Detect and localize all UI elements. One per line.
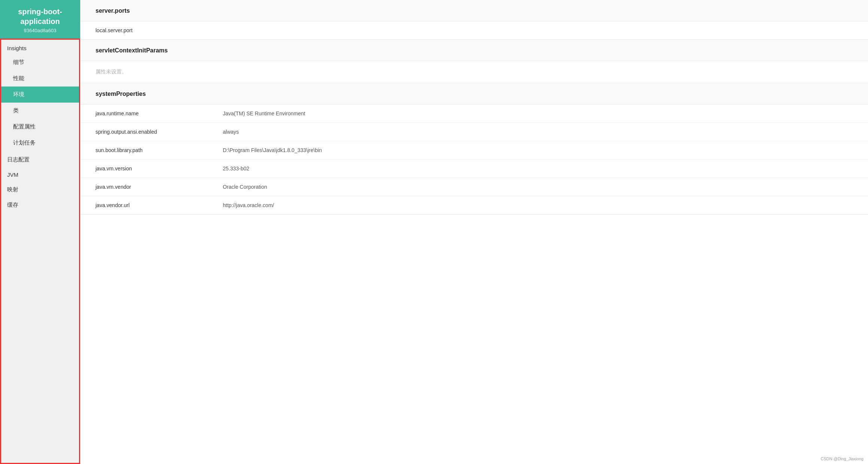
prop-key: java.vm.vendor bbox=[95, 184, 223, 190]
section-header-server-ports: server.ports bbox=[81, 0, 868, 21]
prop-value: always bbox=[223, 129, 853, 135]
prop-row: java.runtime.name Java(TM) SE Runtime En… bbox=[81, 104, 868, 123]
prop-value: http://java.oracle.com/ bbox=[223, 202, 853, 208]
sidebar-item-jvm[interactable]: JVM bbox=[1, 166, 79, 181]
prop-value: D:\Program Files\Java\jdk1.8.0_333\jre\b… bbox=[223, 147, 853, 153]
prop-key: java.runtime.name bbox=[95, 110, 223, 116]
sidebar-item-细节[interactable]: 细节 bbox=[1, 54, 79, 70]
section-servlet-context: servletContextInitParams 属性未设置。 bbox=[81, 40, 868, 83]
sidebar-item-性能[interactable]: 性能 bbox=[1, 70, 79, 87]
app-id: 93640ad8a603 bbox=[6, 28, 74, 33]
prop-row: java.vm.version 25.333-b02 bbox=[81, 160, 868, 178]
section-title-server-ports: server.ports bbox=[95, 7, 130, 14]
sidebar-header: spring-boot-application 93640ad8a603 bbox=[0, 0, 80, 39]
section-system-properties: systemProperties java.runtime.name Java(… bbox=[81, 83, 868, 215]
empty-text-servlet: 属性未设置。 bbox=[81, 61, 868, 83]
sidebar-item-映射[interactable]: 映射 bbox=[1, 181, 79, 196]
prop-key: java.vm.version bbox=[95, 166, 223, 172]
sidebar-item-类[interactable]: 类 bbox=[1, 103, 79, 119]
section-header-servlet-context: servletContextInitParams bbox=[81, 40, 868, 61]
sidebar-item-缓存[interactable]: 缓存 bbox=[1, 196, 79, 212]
section-body-system-properties: java.runtime.name Java(TM) SE Runtime En… bbox=[81, 104, 868, 214]
sidebar: spring-boot-application 93640ad8a603 Ins… bbox=[0, 0, 81, 464]
prop-key: sun.boot.library.path bbox=[95, 147, 223, 153]
insights-label: Insights bbox=[1, 40, 79, 54]
main-content: server.ports local.server.port servletCo… bbox=[81, 0, 868, 464]
prop-value: Oracle Corporation bbox=[223, 184, 853, 190]
prop-row: sun.boot.library.path D:\Program Files\J… bbox=[81, 141, 868, 160]
prop-row: java.vendor.url http://java.oracle.com/ bbox=[81, 196, 868, 214]
section-body-servlet-context: 属性未设置。 bbox=[81, 61, 868, 83]
prop-row: java.vm.vendor Oracle Corporation bbox=[81, 178, 868, 196]
prop-row: spring.output.ansi.enabled always bbox=[81, 123, 868, 141]
prop-value: Java(TM) SE Runtime Environment bbox=[223, 110, 853, 116]
section-title-servlet-context: servletContextInitParams bbox=[95, 47, 168, 54]
section-body-server-ports: local.server.port bbox=[81, 21, 868, 39]
sidebar-item-环境[interactable]: 环境 bbox=[1, 87, 79, 103]
prop-key: local.server.port bbox=[95, 27, 223, 33]
prop-key: spring.output.ansi.enabled bbox=[95, 129, 223, 135]
prop-row: local.server.port bbox=[81, 21, 868, 39]
section-server-ports: server.ports local.server.port bbox=[81, 0, 868, 40]
app-name: spring-boot-application bbox=[6, 7, 74, 26]
sidebar-item-计划任务[interactable]: 计划任务 bbox=[1, 135, 79, 151]
section-header-system-properties: systemProperties bbox=[81, 83, 868, 104]
prop-key: java.vendor.url bbox=[95, 202, 223, 208]
sidebar-item-日志配置[interactable]: 日志配置 bbox=[1, 151, 79, 166]
watermark: CSDN @Ding_Jiaxiong bbox=[821, 457, 864, 461]
sidebar-item-配置属性[interactable]: 配置属性 bbox=[1, 119, 79, 135]
section-title-system-properties: systemProperties bbox=[95, 91, 146, 97]
prop-value: 25.333-b02 bbox=[223, 166, 853, 172]
sidebar-nav: Insights 细节 性能 环境 类 配置属性 计划任务 日志配置 JVM 映… bbox=[0, 39, 80, 464]
